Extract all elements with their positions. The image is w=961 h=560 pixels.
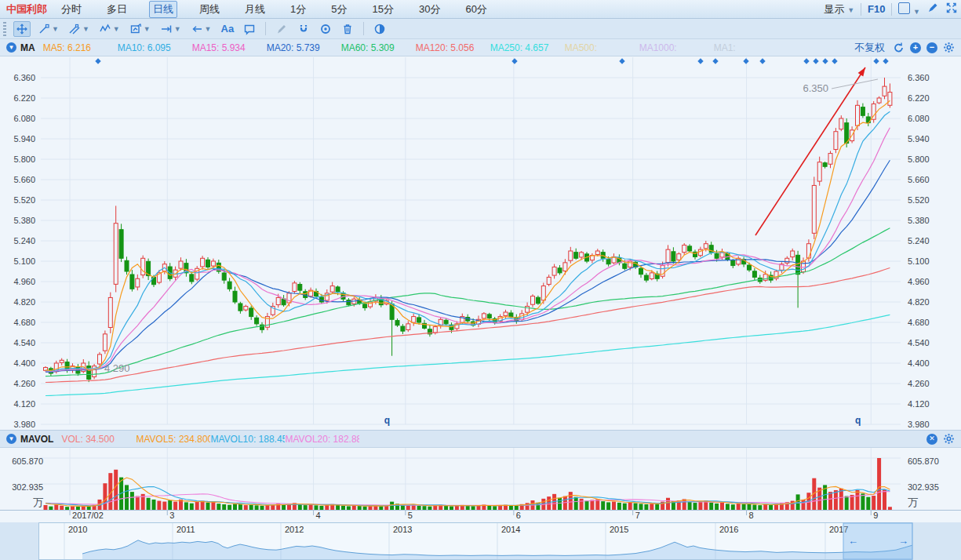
- candlestick-chart-canvas[interactable]: 6.3606.3606.2206.2206.0806.0805.9405.940…: [0, 56, 961, 430]
- gear-icon[interactable]: [943, 433, 955, 445]
- selection-left-handle[interactable]: ←: [848, 535, 858, 547]
- svg-text:2010: 2010: [68, 525, 87, 534]
- pencil-tool-button[interactable]: [273, 21, 290, 37]
- gear-icon[interactable]: [943, 42, 955, 53]
- brush-icon: [926, 2, 939, 14]
- arrow-left-tool-button[interactable]: ▼: [188, 21, 214, 37]
- restore-window-button[interactable]: [945, 2, 958, 16]
- adjust-mode-label[interactable]: 不复权: [854, 41, 885, 55]
- display-menu[interactable]: 显示 ▼: [824, 2, 855, 16]
- delete-tool-button[interactable]: [339, 21, 356, 37]
- tab-4[interactable]: 月线: [242, 2, 268, 17]
- close-icon[interactable]: ✕: [926, 434, 937, 445]
- extend-line-tool-button[interactable]: ▼: [158, 21, 184, 37]
- volume-chart-canvas[interactable]: 605.870605.870302.935302.935万万2017/02345…: [0, 448, 961, 522]
- svg-text:302.935: 302.935: [12, 482, 43, 492]
- tab-2[interactable]: 日线: [149, 1, 177, 18]
- trendline-tool-button[interactable]: ▼: [35, 21, 61, 37]
- mavol-value-1: MAVOL5: 234.800: [136, 434, 210, 445]
- toolbar-grip-handle[interactable]: [3, 22, 6, 36]
- zoom-in-icon[interactable]: +: [910, 42, 921, 53]
- svg-text:4.400: 4.400: [13, 358, 35, 368]
- svg-text:4.260: 4.260: [13, 379, 35, 388]
- svg-text:万: 万: [33, 496, 43, 508]
- tab-1[interactable]: 多日: [104, 2, 130, 17]
- chevron-down-icon: ▼: [52, 25, 59, 33]
- tabbar-right: 显示 ▼ F10 ▼: [824, 2, 961, 16]
- stock-name: 中国利郎: [6, 2, 47, 16]
- extend-line-tool-icon: [160, 23, 173, 35]
- tab-0[interactable]: 分时: [58, 2, 85, 17]
- chevron-down-icon: ▼: [82, 25, 89, 33]
- svg-text:6.220: 6.220: [13, 93, 35, 103]
- svg-text:4.960: 4.960: [908, 277, 930, 286]
- wave-tool-button[interactable]: ▼: [96, 21, 122, 37]
- divider: [861, 3, 861, 16]
- selection-right-handle[interactable]: →: [898, 535, 908, 547]
- chevron-down-icon: ▼: [144, 25, 151, 33]
- svg-text:5.100: 5.100: [13, 256, 35, 266]
- mavol-value-3: MAVOL20: 182.885: [285, 434, 359, 445]
- tab-9[interactable]: 60分: [462, 2, 490, 17]
- svg-text:6: 6: [516, 511, 521, 520]
- svg-text:2017/02: 2017/02: [72, 511, 104, 520]
- chevron-down-icon: ▼: [847, 6, 854, 14]
- hotspot-tool-icon: [319, 23, 332, 35]
- channel-tool-button[interactable]: ▼: [66, 21, 92, 37]
- svg-text:302.935: 302.935: [908, 482, 939, 492]
- chevron-down-icon: ▼: [113, 25, 120, 33]
- ma-value-4: MA60: 5.309: [341, 42, 416, 53]
- svg-text:5.940: 5.940: [908, 134, 930, 144]
- comment-tool-button[interactable]: [241, 21, 258, 37]
- f10-button[interactable]: F10: [868, 3, 885, 15]
- svg-text:q: q: [855, 415, 861, 426]
- svg-text:6.360: 6.360: [908, 73, 930, 82]
- layout-select-button[interactable]: ▼: [898, 2, 920, 16]
- svg-text:2015: 2015: [610, 525, 628, 534]
- timeline-navigator[interactable]: 20102011201220132014201520162017←→: [0, 522, 961, 560]
- ma-value-8: MA1000:: [639, 42, 714, 53]
- low-price-annotation: 4.290: [104, 362, 130, 374]
- period-tabbar: 中国利郎 分时多日日线周线月线1分5分15分30分60分 显示 ▼ F10 ▼: [0, 0, 961, 19]
- brush-button[interactable]: [926, 2, 939, 16]
- ma-value-3: MA20: 5.739: [267, 42, 341, 53]
- magnet-tool-button[interactable]: [295, 21, 312, 37]
- svg-text:4.680: 4.680: [13, 318, 35, 327]
- comment-tool-icon: [243, 23, 256, 35]
- tab-3[interactable]: 周线: [196, 2, 223, 17]
- svg-text:4.820: 4.820: [908, 297, 930, 307]
- chart-edit-tool-button[interactable]: ▼: [127, 21, 153, 37]
- svg-text:5: 5: [408, 511, 413, 520]
- svg-text:6.080: 6.080: [13, 114, 35, 123]
- collapse-toggle-icon[interactable]: ▼: [6, 42, 16, 53]
- zoom-out-icon[interactable]: −: [926, 42, 937, 53]
- svg-text:5.660: 5.660: [908, 175, 930, 184]
- svg-text:4.540: 4.540: [908, 338, 930, 347]
- square-icon: [898, 2, 910, 14]
- refresh-icon[interactable]: [893, 42, 905, 53]
- trading-app-window: 中国利郎 分时多日日线周线月线1分5分15分30分60分 显示 ▼ F10 ▼ …: [0, 0, 961, 560]
- chevron-down-icon: ▼: [913, 8, 920, 16]
- mavol-values: VOL: 34.500MAVOL5: 234.800MAVOL10: 188.4…: [61, 434, 359, 445]
- chart-edit-tool-icon: [129, 23, 142, 35]
- svg-text:2016: 2016: [719, 525, 738, 534]
- tab-8[interactable]: 30分: [416, 2, 443, 17]
- collapse-toggle-icon[interactable]: ▼: [6, 434, 16, 444]
- period-tabs: 分时多日日线周线月线1分5分15分30分60分: [58, 1, 490, 18]
- magnet-tool-icon: [297, 23, 310, 35]
- contrast-tool-button[interactable]: [371, 21, 388, 37]
- svg-text:5.660: 5.660: [13, 175, 35, 184]
- svg-text:4.120: 4.120: [13, 399, 35, 409]
- svg-text:5.100: 5.100: [908, 256, 930, 266]
- tab-5[interactable]: 1分: [287, 2, 309, 17]
- tab-6[interactable]: 5分: [328, 2, 350, 17]
- tab-7[interactable]: 15分: [369, 2, 396, 17]
- move-tool-button[interactable]: [13, 21, 31, 37]
- indicator-title: MA: [20, 42, 35, 53]
- hotspot-tool-button[interactable]: [317, 21, 334, 37]
- text-tool-button[interactable]: Aa: [219, 21, 237, 36]
- svg-text:万: 万: [908, 496, 918, 508]
- ma-indicator-row: ▼ MA MA5: 6.216MA10: 6.095MA15: 5.934MA2…: [0, 39, 961, 56]
- mavol-indicator-row: ▼ MAVOL VOL: 34.500MAVOL5: 234.800MAVOL1…: [0, 430, 961, 448]
- svg-text:5.520: 5.520: [908, 195, 930, 205]
